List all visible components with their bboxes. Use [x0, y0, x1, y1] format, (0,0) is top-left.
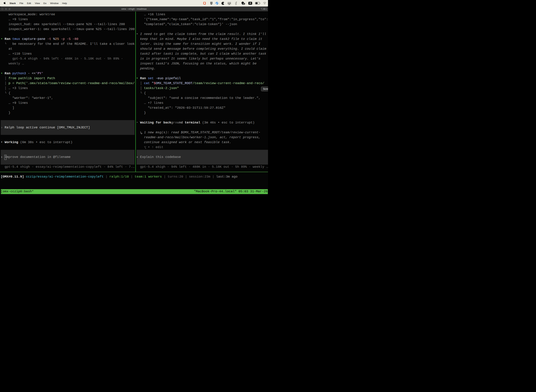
svg-text:..61: ..61 — [242, 3, 244, 5]
